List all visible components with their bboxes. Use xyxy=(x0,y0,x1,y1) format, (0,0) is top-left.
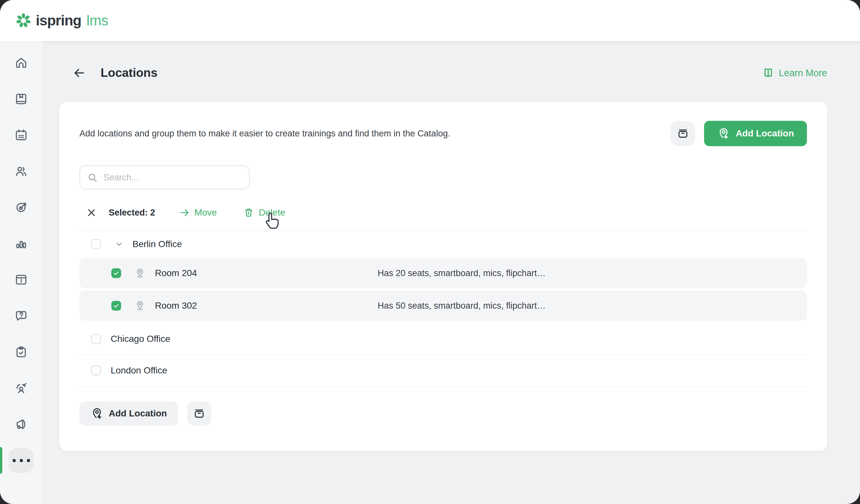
group-label: Berlin Office xyxy=(132,239,182,249)
card-footer: Add Location xyxy=(80,401,807,426)
delete-label: Delete xyxy=(259,207,285,218)
back-button[interactable] xyxy=(72,66,86,80)
clear-selection-button[interactable] xyxy=(86,207,97,218)
sidebar-item-additional-info[interactable] xyxy=(9,267,33,292)
logo-flower-icon xyxy=(16,13,31,28)
location-group-row-chicago[interactable]: Chicago Office xyxy=(80,323,807,355)
location-group-row-london[interactable]: London Office xyxy=(80,355,807,387)
move-button[interactable]: Move xyxy=(180,207,217,218)
search-input[interactable] xyxy=(103,172,242,183)
page-title: Locations xyxy=(101,66,158,80)
check-icon xyxy=(113,302,119,309)
room-204-checkbox[interactable] xyxy=(111,268,121,278)
location-label: Room 204 xyxy=(155,268,197,278)
learn-more-label: Learn More xyxy=(779,68,827,78)
card-description: Add locations and group them to make it … xyxy=(80,129,450,139)
selection-toolbar: Selected: 2 Move Delete xyxy=(80,204,807,221)
location-description: Has 50 seats, smartboard, mics, flipchar… xyxy=(377,301,546,311)
open-book-icon xyxy=(762,67,774,79)
location-pin-icon xyxy=(134,300,146,312)
search-icon xyxy=(87,172,98,183)
sidebar-item-courses[interactable] xyxy=(9,87,33,111)
archive-box-icon xyxy=(677,127,689,140)
reports-icon xyxy=(14,237,28,250)
archive-box-icon xyxy=(193,407,205,420)
location-pin-icon xyxy=(134,267,146,279)
berlin-checkbox[interactable] xyxy=(91,239,101,249)
card-header: Add locations and group them to make it … xyxy=(80,120,807,147)
location-row-room-302[interactable]: Room 302 Has 50 seats, smartboard, mics,… xyxy=(80,291,807,321)
collapse-group-button[interactable] xyxy=(114,239,124,249)
close-icon xyxy=(87,208,96,217)
arrow-right-icon xyxy=(180,207,190,218)
sidebar-item-reports[interactable] xyxy=(9,231,33,256)
locations-card: Add locations and group them to make it … xyxy=(59,102,827,451)
archived-locations-button-bottom[interactable] xyxy=(187,401,211,426)
sidebar-item-goals[interactable] xyxy=(9,195,33,220)
sidebar-nav xyxy=(0,41,43,504)
add-location-pin-icon xyxy=(717,127,730,140)
webinar-icon xyxy=(14,381,28,395)
app-window: ispring lms xyxy=(0,0,860,504)
chevron-down-icon xyxy=(114,239,124,249)
users-icon xyxy=(14,164,28,178)
sidebar-item-users[interactable] xyxy=(9,159,33,184)
move-label: Move xyxy=(195,207,217,218)
ispring-logo: ispring lms xyxy=(16,12,109,29)
sidebar-item-webinars[interactable] xyxy=(9,376,33,401)
home-icon xyxy=(14,56,28,70)
location-label: Room 302 xyxy=(155,301,197,311)
search-box xyxy=(80,165,250,189)
chicago-checkbox[interactable] xyxy=(91,334,101,344)
assignments-icon xyxy=(14,345,28,359)
arrow-left-icon xyxy=(73,67,86,80)
calendar-icon xyxy=(14,128,28,142)
selected-count-label: Selected: 2 xyxy=(109,208,155,218)
questions-icon xyxy=(14,309,28,323)
add-location-pin-icon xyxy=(90,407,103,420)
group-label: London Office xyxy=(111,365,167,376)
add-location-secondary-button[interactable]: Add Location xyxy=(80,401,178,426)
sidebar-item-home[interactable] xyxy=(9,51,33,75)
room-302-checkbox[interactable] xyxy=(111,301,121,311)
card-header-actions: Add Location xyxy=(671,121,807,146)
group-label: Chicago Office xyxy=(111,334,170,344)
info-panel-icon xyxy=(14,273,28,287)
sidebar-item-calendar[interactable] xyxy=(9,123,33,147)
announcements-icon xyxy=(14,417,28,431)
location-row-room-204[interactable]: Room 204 Has 20 seats, smartboard, mics,… xyxy=(80,258,807,288)
sidebar-item-assignments[interactable] xyxy=(9,340,33,364)
top-bar: ispring lms xyxy=(0,0,860,41)
page-content: Locations Learn More Add locations and g… xyxy=(43,41,860,504)
check-icon xyxy=(113,270,119,276)
sidebar-item-announcements[interactable] xyxy=(9,412,33,436)
logo-wordmark: ispring xyxy=(36,12,81,29)
delete-button[interactable]: Delete xyxy=(243,207,285,218)
add-location-button[interactable]: Add Location xyxy=(704,121,807,146)
archived-locations-button[interactable] xyxy=(671,121,695,146)
add-location-label: Add Location xyxy=(109,408,167,419)
more-icon xyxy=(13,459,30,462)
learn-more-link[interactable]: Learn More xyxy=(762,67,827,79)
sidebar-item-questions[interactable] xyxy=(9,303,33,328)
goals-icon xyxy=(14,201,28,214)
sidebar-item-more[interactable] xyxy=(9,448,33,473)
add-location-label: Add Location xyxy=(736,128,794,139)
logo-lms-label: lms xyxy=(87,12,109,29)
trash-icon xyxy=(243,207,254,218)
courses-icon xyxy=(14,92,28,106)
london-checkbox[interactable] xyxy=(91,365,101,375)
location-description: Has 20 seats, smartboard, mics, flipchar… xyxy=(377,268,546,278)
location-group-row-berlin[interactable]: Berlin Office xyxy=(80,230,807,258)
page-header: Locations Learn More xyxy=(72,60,827,86)
